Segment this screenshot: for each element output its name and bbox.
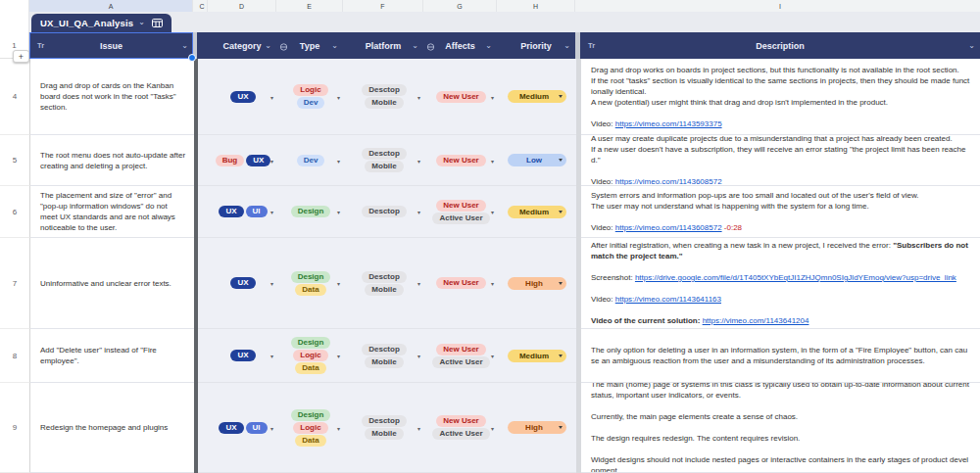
platform-cell[interactable]: DesctopMobile▾ [344,329,424,383]
affects-cell[interactable]: New User▾ [424,238,498,329]
empty-cell[interactable] [198,59,209,135]
type-cell[interactable]: DesignData▾ [277,238,344,329]
dropdown-arrow-icon[interactable] [559,211,563,213]
description-link[interactable]: https://vimeo.com/1143593375 [615,119,722,128]
dropdown-arrow-icon[interactable]: ▾ [417,280,420,287]
chevron-down-icon[interactable]: ⌄ [564,42,570,50]
dropdown-arrow-icon[interactable]: ▾ [270,353,273,359]
chevron-down-icon[interactable]: ⌄ [331,42,338,50]
platform-cell[interactable]: DesctopMobile▾ [344,383,424,473]
type-cell[interactable]: Dev▾ [277,135,344,186]
type-cell[interactable]: DesignLogicData▾ [277,383,344,473]
column-letter-d[interactable]: D [208,0,276,12]
category-cell[interactable]: UXUI▾ [209,186,277,238]
column-letter-a[interactable]: A [29,0,193,12]
column-letter-c[interactable]: C [197,0,208,12]
dropdown-arrow-icon[interactable] [559,355,563,357]
description-link[interactable]: https://vimeo.com/1143641204 [703,316,809,325]
header-type[interactable]: Type ⌄ [276,32,343,59]
priority-cell[interactable]: High [498,383,576,473]
type-cell[interactable]: Design▾ [277,186,344,238]
priority-chip[interactable]: High [508,421,566,434]
dropdown-arrow-icon[interactable]: ▾ [270,157,273,164]
chevron-down-icon[interactable]: ⌄ [968,42,975,50]
dropdown-arrow-icon[interactable]: ▾ [491,209,494,215]
dropdown-arrow-icon[interactable]: ▾ [337,353,340,359]
dropdown-arrow-icon[interactable]: ▾ [337,157,340,164]
header-category[interactable]: Category ⌄ [208,32,276,59]
table-name-chip[interactable]: UX_UI_QA_Analysis ⌄ [31,14,172,32]
dropdown-arrow-icon[interactable]: ▾ [337,424,340,431]
column-letter-e[interactable]: E [276,0,343,12]
priority-chip[interactable]: Medium [508,350,566,362]
priority-cell[interactable]: Medium [498,59,576,135]
dropdown-arrow-icon[interactable] [559,282,563,285]
category-cell[interactable]: UX▾ [209,238,277,329]
priority-chip[interactable]: High [508,277,566,290]
dropdown-arrow-icon[interactable]: ▾ [491,280,494,287]
affects-cell[interactable]: New UserActive User▾ [424,329,498,383]
category-cell[interactable]: UX▾ [209,329,277,383]
issue-cell[interactable]: Drag and drop of cards on the Kanban boa… [30,59,194,135]
dropdown-arrow-icon[interactable]: ▾ [491,424,494,431]
issue-cell[interactable]: Add "Delete user" instead of "Fire emplo… [30,329,194,383]
chevron-down-icon[interactable]: ⌄ [138,19,145,26]
row-number[interactable]: 4 [0,59,30,135]
platform-cell[interactable]: DesctopMobile▾ [344,238,424,329]
issue-cell[interactable]: The root menu does not auto-update after… [30,135,194,186]
table-resize-handle[interactable] [188,54,196,62]
dropdown-arrow-icon[interactable]: ▾ [270,280,273,287]
priority-cell[interactable]: Medium [498,329,576,383]
priority-cell[interactable]: Medium [498,186,576,238]
dropdown-arrow-icon[interactable]: ▾ [491,353,494,359]
platform-cell[interactable]: DesctopMobile▾ [344,59,424,135]
priority-chip[interactable]: Medium [508,90,566,103]
column-letter-f[interactable]: F [343,0,423,12]
dropdown-arrow-icon[interactable]: ▾ [337,209,340,215]
dropdown-arrow-icon[interactable]: ▾ [270,424,273,431]
chevron-down-icon[interactable]: ⌄ [485,42,492,50]
dropdown-arrow-icon[interactable] [559,426,563,429]
dropdown-arrow-icon[interactable]: ▾ [417,157,420,164]
description-cell[interactable]: A user may create duplicate projects due… [581,135,980,186]
chevron-down-icon[interactable]: ⌄ [265,42,271,50]
affects-cell[interactable]: New User▾ [424,135,498,186]
description-cell[interactable]: Drag and drop works on boards in project… [581,59,980,135]
dropdown-arrow-icon[interactable]: ▾ [491,93,494,100]
add-row-button[interactable]: + [13,50,29,63]
row-number[interactable]: 6 [0,186,30,238]
header-platform[interactable]: Platform ⌄ [343,32,423,59]
empty-cell[interactable] [198,383,209,473]
priority-chip[interactable]: Low [508,154,566,166]
empty-cell[interactable] [198,135,209,186]
row-number[interactable]: 9 [0,383,30,473]
row-number[interactable]: 8 [0,329,30,383]
affects-cell[interactable]: New UserActive User▾ [424,186,498,238]
category-cell[interactable]: UX▾ [209,59,277,135]
type-cell[interactable]: DesignLogicData▾ [277,329,344,383]
dropdown-arrow-icon[interactable] [559,95,563,98]
priority-chip[interactable]: Medium [508,206,566,218]
description-cell[interactable]: The main (home) page of systems in this … [581,383,980,473]
category-cell[interactable]: BugUX▾ [209,135,277,186]
empty-cell[interactable] [198,238,209,329]
dropdown-arrow-icon[interactable]: ▾ [270,209,273,215]
chevron-down-icon[interactable]: ⌄ [412,42,418,50]
dropdown-arrow-icon[interactable]: ▾ [491,157,494,164]
header-issue[interactable]: Tr Issue ⌄ [29,32,193,59]
empty-cell[interactable] [198,329,209,383]
category-cell[interactable]: UXUI▾ [209,383,277,473]
header-affects[interactable]: Affects ⌄ [423,32,497,59]
issue-cell[interactable]: The placement and size of "error" and "p… [30,186,194,238]
dropdown-arrow-icon[interactable] [559,159,563,162]
dropdown-arrow-icon[interactable]: ▾ [417,209,420,215]
priority-cell[interactable]: High [498,238,576,329]
platform-cell[interactable]: DesctopMobile▾ [344,135,424,186]
dropdown-arrow-icon[interactable]: ▾ [337,93,340,100]
header-description[interactable]: Tr Description ⌄ [580,32,980,59]
hidden-column-icon[interactable] [426,37,435,55]
row-number[interactable]: 7 [0,238,30,329]
platform-cell[interactable]: Desctop▾ [344,186,424,238]
affects-cell[interactable]: New UserActive User▾ [424,383,498,473]
description-link[interactable]: https://vimeo.com/1143608572 [615,177,722,186]
